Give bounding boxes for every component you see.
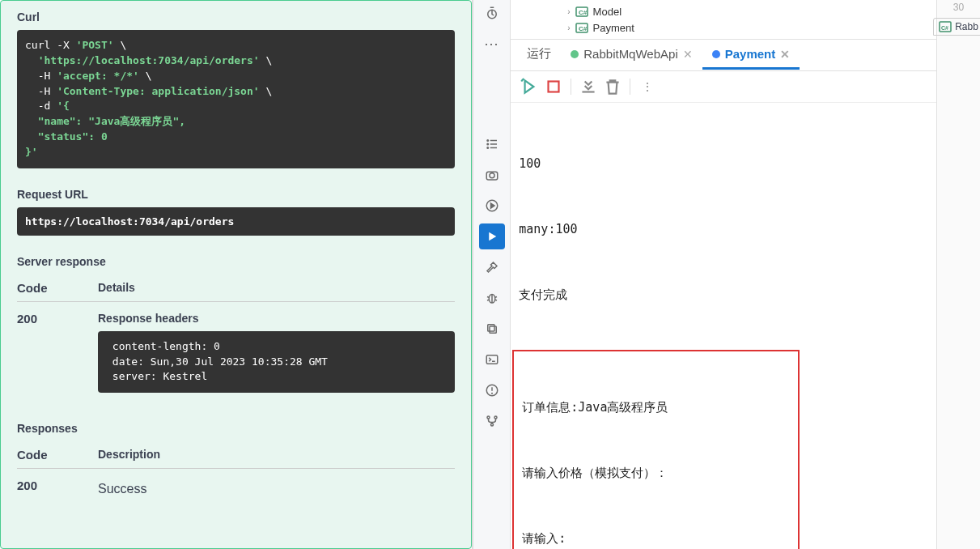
svg-marker-33 bbox=[525, 80, 534, 92]
svg-point-25 bbox=[487, 416, 490, 419]
tree-item-payment[interactable]: Payment bbox=[593, 22, 634, 34]
csharp-folder-icon: C# bbox=[575, 21, 588, 34]
console-line: 请输入: bbox=[522, 528, 790, 549]
copy-icon[interactable] bbox=[479, 316, 505, 342]
chevron-right-icon[interactable]: › bbox=[567, 23, 570, 32]
response-headers-label: Response headers bbox=[98, 312, 455, 325]
col-code-header: Code bbox=[17, 281, 98, 295]
svg-line-17 bbox=[495, 300, 497, 300]
col-code-header-2: Code bbox=[17, 448, 98, 462]
run-tabs: 运行 RabbitMqWebApi✕ Payment✕ bbox=[511, 40, 936, 71]
stopwatch-icon[interactable] bbox=[479, 0, 505, 26]
server-response-label: Server response bbox=[17, 255, 455, 268]
more-icon[interactable]: ⋯ bbox=[479, 31, 505, 57]
svg-text:C#: C# bbox=[579, 9, 588, 16]
console-toolbar: ⋮ bbox=[511, 71, 936, 103]
rabb-tab[interactable]: C#Rabb bbox=[933, 18, 980, 36]
solution-tree[interactable]: ›C#Model ›C#Payment bbox=[511, 0, 936, 40]
console-line: 请输入价格（模拟支付）： bbox=[522, 462, 790, 484]
request-url-label: Request URL bbox=[17, 188, 455, 201]
svg-rect-20 bbox=[486, 355, 498, 364]
svg-line-15 bbox=[487, 300, 489, 300]
scroll-to-end-button[interactable] bbox=[578, 76, 599, 97]
rerun-button[interactable] bbox=[519, 76, 540, 97]
highlighted-output-1: 订单信息:Java高级程序员 请输入价格（模拟支付）： 请输入: 等待一定时间内… bbox=[512, 350, 800, 549]
responses-label: Responses bbox=[17, 422, 455, 435]
git-branch-icon[interactable] bbox=[479, 408, 505, 434]
svg-rect-19 bbox=[488, 325, 494, 331]
svg-point-27 bbox=[490, 423, 493, 426]
csharp-folder-icon: C# bbox=[575, 5, 588, 18]
camera-icon[interactable] bbox=[479, 162, 505, 188]
response-code: 200 bbox=[17, 312, 98, 394]
csharp-file-icon: C# bbox=[939, 20, 952, 33]
svg-text:C#: C# bbox=[941, 25, 948, 31]
svg-rect-34 bbox=[549, 82, 559, 92]
warning-icon[interactable] bbox=[479, 377, 505, 403]
tree-item-model[interactable]: Model bbox=[593, 6, 622, 18]
status-dot-icon bbox=[571, 50, 579, 58]
ide-tool-gutter: ⋯ bbox=[473, 0, 511, 549]
svg-point-5 bbox=[487, 143, 489, 145]
terminal-icon[interactable] bbox=[479, 347, 505, 372]
curl-code[interactable]: curl -X 'POST' \ 'https://localhost:7034… bbox=[17, 30, 455, 168]
console-line: 订单信息:Java高级程序员 bbox=[522, 397, 790, 419]
responses-description: Success bbox=[98, 479, 455, 500]
svg-point-4 bbox=[487, 140, 489, 142]
svg-point-26 bbox=[494, 416, 497, 419]
responses-code: 200 bbox=[17, 479, 98, 500]
console-line: many:100 bbox=[519, 219, 928, 240]
request-url-value[interactable]: https://localhost:7034/api/orders bbox=[17, 207, 455, 236]
chevron-right-icon[interactable]: › bbox=[567, 7, 570, 16]
payment-console[interactable]: 100 many:100 支付完成 bbox=[511, 103, 936, 350]
ide-panel: ›C#Model ›C#Payment 运行 RabbitMqWebApi✕ P… bbox=[511, 0, 980, 549]
line-number: 30 bbox=[952, 0, 965, 15]
svg-point-6 bbox=[487, 147, 489, 149]
curl-label: Curl bbox=[17, 11, 455, 23]
col-details-header: Details bbox=[98, 281, 455, 295]
play-circle-icon[interactable] bbox=[479, 193, 505, 219]
editor-gutter-right: 30 C#Rabb bbox=[936, 0, 980, 549]
close-icon[interactable]: ✕ bbox=[683, 48, 693, 61]
tab-run[interactable]: 运行 bbox=[517, 40, 561, 70]
list-icon[interactable] bbox=[479, 131, 505, 157]
console-line: 支付完成 bbox=[519, 284, 928, 306]
svg-line-16 bbox=[495, 297, 497, 298]
svg-line-14 bbox=[487, 297, 489, 298]
stop-button[interactable] bbox=[543, 76, 564, 97]
response-headers[interactable]: content-length: 0 date: Sun,30 Jul 2023 … bbox=[98, 331, 455, 394]
trash-button[interactable] bbox=[602, 76, 623, 97]
status-dot-icon bbox=[712, 50, 720, 58]
run-icon[interactable] bbox=[479, 223, 505, 249]
svg-rect-18 bbox=[490, 326, 496, 333]
svg-point-24 bbox=[491, 393, 492, 394]
col-description-header: Description bbox=[98, 448, 455, 462]
swagger-response-panel: Curl curl -X 'POST' \ 'https://localhost… bbox=[0, 0, 473, 549]
tab-rabbitmqwebapi[interactable]: RabbitMqWebApi✕ bbox=[561, 40, 702, 70]
svg-marker-10 bbox=[490, 203, 494, 208]
more-button[interactable]: ⋮ bbox=[637, 76, 658, 97]
svg-text:C#: C# bbox=[579, 25, 588, 32]
tab-payment[interactable]: Payment✕ bbox=[702, 40, 800, 70]
svg-marker-11 bbox=[489, 232, 496, 241]
svg-point-8 bbox=[490, 173, 494, 178]
console-line: 100 bbox=[519, 153, 928, 175]
hammer-icon[interactable] bbox=[479, 254, 505, 280]
close-icon[interactable]: ✕ bbox=[780, 48, 790, 61]
bug-icon[interactable] bbox=[479, 285, 505, 311]
